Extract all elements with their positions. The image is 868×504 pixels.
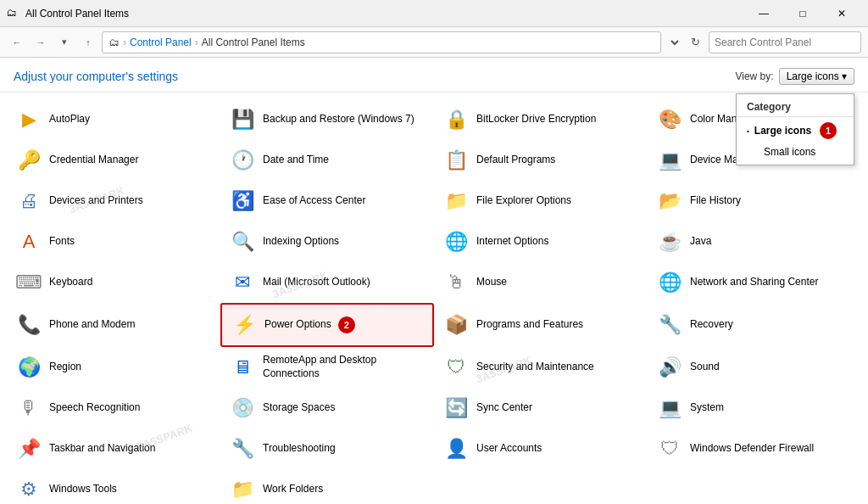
item-label: Programs and Features — [476, 318, 583, 332]
control-panel-item[interactable]: 📂File History — [648, 181, 861, 221]
item-icon: 📁 — [442, 188, 470, 215]
item-icon: A — [15, 228, 42, 255]
item-label: Region — [49, 361, 81, 374]
control-panel-item[interactable]: 🛡Security and Maintenance — [434, 347, 648, 388]
title-bar: 🗂 All Control Panel Items — □ ✕ — [0, 0, 868, 27]
view-by-value: Large icons ▾ — [787, 70, 847, 82]
breadcrumb-control-panel[interactable]: Control Panel — [130, 36, 192, 48]
control-panel-item[interactable]: 🌍Region — [7, 347, 220, 388]
page-title: Adjust your computer's settings — [14, 70, 178, 83]
dropdown-large-label: Large icons — [754, 125, 811, 137]
address-dropdown[interactable]: ▾ — [665, 31, 682, 53]
control-panel-item[interactable]: 🕐Date and Time — [220, 140, 434, 181]
window-title: All Control Panel Items — [25, 8, 744, 20]
view-by-button[interactable]: Large icons ▾ — [779, 68, 854, 85]
item-label: Keyboard — [49, 276, 92, 289]
item-label: Taskbar and Navigation — [49, 442, 155, 456]
item-label: Credential Manager — [49, 154, 138, 167]
control-panel-item[interactable]: 💾Backup and Restore (Windows 7) — [220, 99, 434, 140]
item-icon: ⚡ — [231, 311, 258, 339]
control-panel-item[interactable]: 📦Programs and Features — [434, 303, 648, 347]
search-input[interactable] — [709, 31, 861, 53]
control-panel-item[interactable]: 🎙Speech Recognition — [7, 388, 220, 428]
item-label: Security and Maintenance — [476, 361, 594, 374]
forward-button[interactable]: → — [31, 32, 51, 53]
control-panel-item[interactable]: ☕Java — [648, 221, 861, 262]
item-icon: 🔑 — [15, 147, 42, 174]
item-label: User Accounts — [476, 442, 542, 456]
dropdown-item-large[interactable]: • Large icons 1 — [737, 119, 854, 143]
item-icon: 🕐 — [229, 147, 256, 174]
breadcrumb-current: All Control Panel Items — [202, 36, 305, 48]
back-button[interactable]: ← — [7, 32, 27, 53]
item-label: AutoPlay — [49, 113, 90, 126]
recent-button[interactable]: ▾ — [54, 32, 75, 53]
refresh-button[interactable]: ↻ — [685, 32, 705, 53]
item-icon: ▶ — [15, 106, 42, 133]
control-panel-item[interactable]: 🔧Troubleshooting — [220, 428, 434, 469]
item-label: Internet Options — [476, 235, 548, 249]
item-label: Java — [690, 235, 711, 249]
control-panel-item[interactable]: 🖥RemoteApp and Desktop Connections — [220, 347, 434, 388]
control-panel-item[interactable]: 🖨Devices and Printers — [7, 181, 220, 221]
item-label: Sync Center — [476, 401, 532, 415]
dropdown-item-small[interactable]: Small icons — [737, 143, 854, 161]
content-header: Adjust your computer's settings View by:… — [0, 58, 868, 92]
control-panel-item[interactable]: ⚡Power Options2 — [220, 303, 434, 347]
control-panel-item[interactable]: 🔑Credential Manager — [7, 140, 220, 181]
item-label: Ease of Access Center — [263, 194, 365, 208]
item-icon: 💻 — [656, 395, 683, 422]
control-panel-item[interactable]: AFonts — [7, 221, 220, 262]
item-label: Power Options — [264, 318, 331, 332]
item-icon: 📁 — [229, 476, 256, 503]
control-panel-item[interactable]: 🔍Indexing Options — [220, 221, 434, 262]
item-icon: 🎨 — [656, 106, 683, 133]
control-panel-item[interactable]: 🔄Sync Center — [434, 388, 648, 428]
item-label: Storage Spaces — [263, 401, 335, 415]
item-label: Network and Sharing Center — [690, 276, 818, 289]
minimize-button[interactable]: — — [744, 0, 783, 27]
item-label: Work Folders — [263, 483, 323, 496]
control-panel-item[interactable]: 🛡Windows Defender Firewall — [648, 428, 861, 469]
item-icon: 🔍 — [229, 228, 256, 255]
control-panel-item[interactable]: 📁File Explorer Options — [434, 181, 648, 221]
control-panel-item[interactable]: 🔊Sound — [648, 347, 861, 388]
item-label: Troubleshooting — [263, 442, 336, 456]
item-label: Speech Recognition — [49, 401, 140, 415]
control-panel-item[interactable]: ♿Ease of Access Center — [220, 181, 434, 221]
up-button[interactable]: ↑ — [78, 32, 98, 53]
control-panel-item[interactable]: 🌐Internet Options — [434, 221, 648, 262]
item-icon: 🖱 — [442, 269, 470, 296]
item-icon: 🖥 — [229, 354, 256, 381]
control-panel-item[interactable]: 📌Taskbar and Navigation — [7, 428, 220, 469]
item-icon: ♿ — [229, 188, 256, 215]
control-panel-item[interactable]: ⌨Keyboard — [7, 262, 220, 303]
item-icon: 🌐 — [442, 228, 470, 255]
control-panel-item[interactable]: 🔧Recovery — [648, 303, 861, 347]
control-panel-item[interactable]: 🔒BitLocker Drive Encryption — [434, 99, 648, 140]
item-label: Windows Defender Firewall — [690, 442, 814, 456]
close-button[interactable]: ✕ — [822, 0, 861, 27]
control-panel-item[interactable]: 🌐Network and Sharing Center — [648, 262, 861, 303]
control-panel-item[interactable]: 💻System — [648, 388, 861, 428]
item-icon: 🛡 — [442, 354, 470, 381]
item-label: Mouse — [476, 276, 507, 289]
window-icon: 🗂 — [7, 7, 20, 20]
control-panel-item[interactable]: 💿Storage Spaces — [220, 388, 434, 428]
control-panel-item[interactable]: ▶AutoPlay — [7, 99, 220, 140]
maximize-button[interactable]: □ — [783, 0, 822, 27]
item-icon: 🌍 — [15, 354, 42, 381]
item-label: Sound — [690, 361, 720, 374]
item-label: System — [690, 401, 724, 415]
control-panel-item[interactable]: ✉Mail (Microsoft Outlook) — [220, 262, 434, 303]
control-panel-item[interactable]: 🖱Mouse — [434, 262, 648, 303]
item-icon: 📞 — [15, 311, 42, 339]
item-label: Default Programs — [476, 154, 555, 167]
item-label: File History — [690, 194, 741, 208]
control-panel-item[interactable]: 👤User Accounts — [434, 428, 648, 469]
control-panel-item[interactable]: 📞Phone and Modem — [7, 303, 220, 347]
control-panel-item[interactable]: 📋Default Programs — [434, 140, 648, 181]
control-panel-item[interactable]: 📁Work Folders — [220, 469, 434, 504]
control-panel-item[interactable]: ⚙Windows Tools — [7, 469, 220, 504]
item-icon: 🔊 — [656, 354, 683, 381]
